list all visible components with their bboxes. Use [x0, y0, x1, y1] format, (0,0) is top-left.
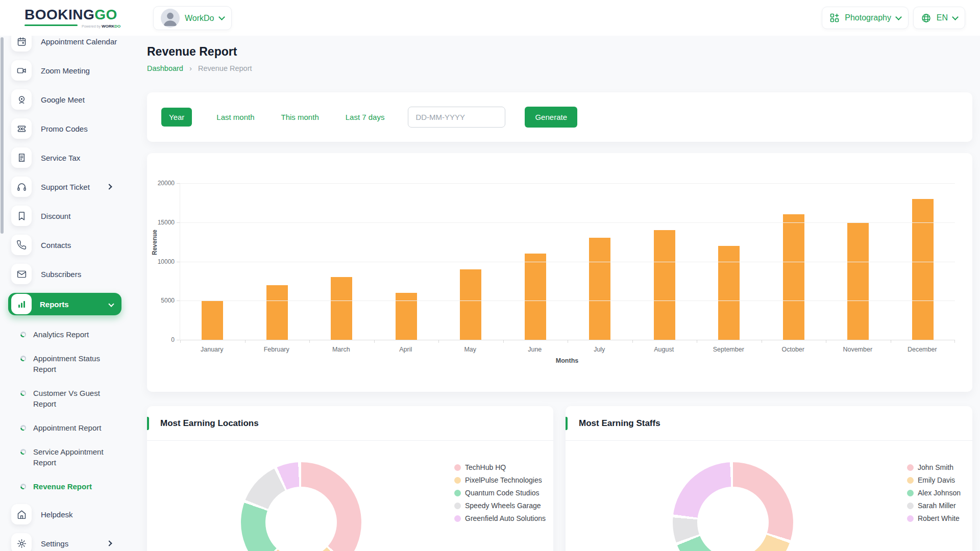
- sidebar-item-google-meet[interactable]: Google Meet: [11, 89, 122, 110]
- x-tick-mark: [309, 340, 310, 343]
- legend-item-pixelpulse-technologies[interactable]: PixelPulse Technologies: [454, 476, 546, 484]
- logo-powered-by: Powered by WORKDO: [82, 24, 120, 29]
- app-logo[interactable]: BOOKINGGO Powered by WORKDO: [24, 7, 117, 26]
- bar-february: [266, 285, 288, 340]
- x-tick-label: March: [309, 346, 374, 353]
- workspace-name: WorkDo: [185, 14, 214, 23]
- submenu-item-label: Revenue Report: [33, 481, 92, 492]
- bar-june: [525, 254, 546, 340]
- x-tick-mark: [826, 340, 826, 343]
- locations-card-header: Most Earning Locations: [147, 406, 553, 441]
- bar-april: [396, 293, 417, 340]
- legend-dot-icon: [907, 515, 914, 522]
- user-avatar-icon: [161, 9, 180, 28]
- headset-icon: [11, 177, 32, 197]
- legend-item-greenfield-auto-solutions[interactable]: Greenfield Auto Solutions: [454, 514, 546, 522]
- sidebar-item-zoom-meeting[interactable]: Zoom Meeting: [11, 60, 122, 81]
- language-code: EN: [937, 13, 948, 22]
- sidebar-item-reports[interactable]: Reports: [8, 293, 121, 315]
- staffs-donut-chart: [673, 462, 793, 551]
- y-tick-mark: [177, 262, 180, 262]
- screen: BOOKINGGO Powered by WORKDO WorkDo Photo…: [0, 0, 980, 551]
- legend-label: Greenfield Auto Solutions: [465, 514, 546, 522]
- submenu-item-label: Appointment Status Report: [33, 353, 120, 374]
- sidebar-item-label: Google Meet: [41, 95, 85, 104]
- breadcrumb-dashboard-link[interactable]: Dashboard: [147, 64, 183, 72]
- workspace-switcher[interactable]: WorkDo: [153, 6, 232, 30]
- header-accent-bar: [147, 417, 149, 430]
- legend-item-robert-white[interactable]: Robert White: [907, 514, 961, 522]
- legend-label: TechHub HQ: [465, 463, 506, 471]
- sidebar-item-label: Appointment Calendar: [41, 37, 117, 46]
- year-filter-button[interactable]: Year: [161, 108, 192, 127]
- generate-button[interactable]: Generate: [525, 107, 577, 128]
- sidebar-item-label: Reports: [40, 300, 69, 309]
- sidebar-item-contacts[interactable]: Contacts: [11, 235, 122, 255]
- legend-item-quantum-code-studios[interactable]: Quantum Code Studios: [454, 489, 546, 497]
- sidebar-scrollbar[interactable]: [1, 37, 4, 234]
- legend-dot-icon: [907, 464, 914, 471]
- quick-filter-last-month[interactable]: Last month: [216, 113, 254, 121]
- sidebar-item-discount[interactable]: Discount: [11, 206, 122, 226]
- submenu-item-label: Appointment Report: [33, 422, 101, 433]
- submenu-item-label: Analytics Report: [33, 329, 89, 340]
- y-tick-label: 10000: [148, 258, 175, 265]
- page-title: Revenue Report: [147, 45, 237, 59]
- quick-filter-last-7-days[interactable]: Last 7 days: [346, 113, 385, 121]
- chevron-right-icon: [106, 540, 112, 546]
- donut-hole: [697, 487, 769, 551]
- y-tick-mark: [177, 222, 180, 223]
- receipt-icon: [11, 147, 32, 168]
- sidebar-item-label: Contacts: [41, 241, 71, 249]
- breadcrumb-separator-icon: ›: [189, 64, 192, 72]
- legend-dot-icon: [454, 515, 461, 522]
- sidebar-item-support-ticket[interactable]: Support Ticket: [11, 177, 122, 197]
- business-switcher[interactable]: Photography: [822, 7, 909, 29]
- bar-october: [783, 214, 804, 340]
- submenu-bullet-icon: [20, 356, 26, 361]
- sidebar-item-label: Support Ticket: [41, 183, 90, 191]
- quick-filter-this-month[interactable]: This month: [281, 113, 319, 121]
- ticket-icon: [11, 118, 32, 139]
- legend-item-john-smith[interactable]: John Smith: [907, 463, 961, 471]
- x-tick-mark: [954, 340, 955, 343]
- bar-december: [912, 199, 934, 340]
- date-input[interactable]: [408, 107, 505, 128]
- staffs-legend: John SmithEmily DavisAlex JohnsonSarah M…: [907, 463, 961, 522]
- sidebar-item-service-tax[interactable]: Service Tax: [11, 147, 122, 168]
- sidebar-item-promo-codes[interactable]: Promo Codes: [11, 118, 122, 139]
- legend-label: Speedy Wheels Garage: [465, 502, 541, 510]
- submenu-item-service-appointment-report[interactable]: Service Appointment Report: [0, 440, 128, 474]
- submenu-item-analytics-report[interactable]: Analytics Report: [0, 322, 128, 346]
- legend-dot-icon: [454, 503, 461, 509]
- y-tick-label: 5000: [148, 297, 175, 304]
- bar-july: [589, 238, 610, 340]
- sidebar: Appointment CalendarZoom MeetingGoogle M…: [0, 36, 128, 551]
- gridline-10000: [180, 262, 955, 262]
- sidebar-item-settings[interactable]: Settings: [11, 533, 122, 551]
- x-tick-label: August: [632, 346, 697, 353]
- sidebar-item-subscribers[interactable]: Subscribers: [11, 264, 122, 284]
- sidebar-item-label: Discount: [41, 212, 70, 220]
- submenu-item-revenue-report[interactable]: Revenue Report: [0, 474, 128, 498]
- legend-item-emily-davis[interactable]: Emily Davis: [907, 476, 961, 484]
- legend-item-sarah-miller[interactable]: Sarah Miller: [907, 502, 961, 510]
- sidebar-item-label: Settings: [41, 539, 68, 548]
- submenu-item-appointment-status-report[interactable]: Appointment Status Report: [0, 346, 128, 381]
- chevron-down-icon: [895, 14, 902, 20]
- legend-dot-icon: [907, 477, 914, 484]
- legend-item-techhub-hq[interactable]: TechHub HQ: [454, 463, 546, 471]
- y-tick-label: 20000: [148, 180, 175, 187]
- legend-item-alex-johnson[interactable]: Alex Johnson: [907, 489, 961, 497]
- legend-item-speedy-wheels-garage[interactable]: Speedy Wheels Garage: [454, 502, 546, 510]
- home-icon: [11, 504, 32, 524]
- language-switcher[interactable]: EN: [913, 7, 965, 29]
- submenu-item-appointment-report[interactable]: Appointment Report: [0, 416, 128, 440]
- y-tick-mark: [177, 300, 180, 301]
- x-tick-label: February: [244, 346, 309, 353]
- sidebar-item-label: Helpdesk: [41, 510, 73, 519]
- submenu-item-customer-vs-guest-report[interactable]: Customer Vs Guest Report: [0, 381, 128, 416]
- x-tick-label: September: [696, 346, 761, 353]
- sidebar-item-helpdesk[interactable]: Helpdesk: [11, 504, 122, 524]
- x-tick-mark: [374, 340, 375, 343]
